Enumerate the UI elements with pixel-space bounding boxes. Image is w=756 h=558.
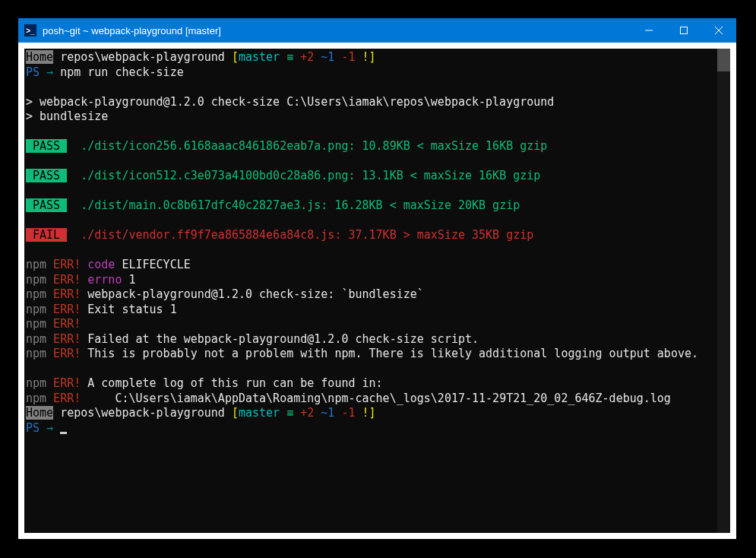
svg-rect-1 [681,27,688,34]
powershell-icon: >_ [24,24,36,36]
window-controls [631,18,736,43]
close-button[interactable] [701,18,736,43]
terminal-body[interactable]: Home repos\webpack-playground [master ≡ … [18,43,736,539]
maximize-button[interactable] [666,18,701,43]
window-title: posh~git ~ webpack-playground [master] [43,25,631,36]
titlebar[interactable]: >_ posh~git ~ webpack-playground [master… [18,18,736,43]
terminal-content: Home repos\webpack-playground [master ≡ … [26,50,729,436]
scrollbar[interactable] [717,49,730,533]
scrollbar-thumb[interactable] [717,49,730,71]
minimize-button[interactable] [631,18,666,43]
terminal-window: >_ posh~git ~ webpack-playground [master… [18,18,736,539]
